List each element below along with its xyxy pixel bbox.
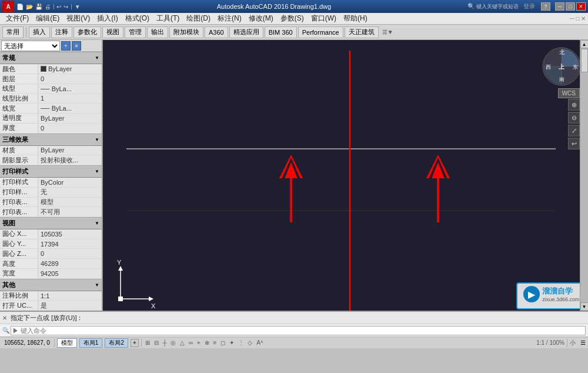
prop-linetype-value[interactable]: ── ByLa... [38, 84, 102, 94]
grid-icon[interactable]: ⊟ [154, 339, 159, 346]
nav-extents[interactable]: ⤢ [568, 125, 580, 136]
tb-more[interactable]: ☰▼ [382, 29, 393, 35]
cmdline-close-btn[interactable]: ✕ [2, 315, 7, 321]
menu-draw[interactable]: 绘图(D) [183, 12, 214, 25]
tb-view[interactable]: 视图 [102, 26, 123, 38]
quickaccess-print[interactable]: 🖨 [45, 4, 51, 10]
menu-view[interactable]: 视图(V) [63, 12, 93, 25]
prop-width-value[interactable]: 94205 [38, 269, 102, 278]
login-btn[interactable]: 登录 [523, 2, 535, 11]
tb-bim360[interactable]: BIM 360 [265, 26, 297, 38]
polar-icon[interactable]: ◎ [171, 339, 176, 346]
quickaccess-open[interactable]: 📂 [26, 4, 33, 10]
layout1-tab[interactable]: 布局1 [79, 338, 103, 348]
menu-dim[interactable]: 标注(N) [214, 12, 245, 25]
autocad-logo: A [2, 1, 14, 12]
scroll-down-btn[interactable]: ▼ [580, 302, 589, 311]
quickaccess-undo[interactable]: ↩ [56, 4, 61, 10]
otrack-icon[interactable]: ∞ [189, 339, 193, 346]
help-btn[interactable]: ? [541, 2, 550, 11]
menu-help[interactable]: 帮助(H) [340, 12, 371, 25]
qp-icon[interactable]: ✦ [229, 339, 234, 346]
ortho-icon[interactable]: ┼ [163, 339, 167, 346]
menu-edit[interactable]: 编辑(E) [32, 12, 63, 25]
tb-performance[interactable]: Performance [298, 26, 343, 38]
prop-pstyle2-value[interactable]: 无 [38, 188, 102, 197]
prop-pstyle-value[interactable]: ByColor [38, 178, 102, 187]
section-view[interactable]: 视图 ▼ [0, 217, 102, 229]
section-3d[interactable]: 三维效果 ▼ [0, 134, 102, 146]
drawing-canvas[interactable]: [-][俯视][二维线框] [103, 40, 588, 311]
section-other[interactable]: 其他 ▼ [0, 279, 102, 291]
scale-display: 1:1 / 100% [536, 339, 564, 346]
cmdline-input[interactable] [11, 326, 586, 335]
wcs-button[interactable]: WCS [558, 88, 580, 98]
section-print[interactable]: 打印样式 ▼ [0, 165, 102, 178]
menu-tools[interactable]: 工具(T) [153, 12, 183, 25]
tb-param[interactable]: 参数化 [74, 26, 101, 38]
prop-linewidth-value[interactable]: ── ByLa... [38, 104, 102, 113]
prop-height-value[interactable]: 46289 [38, 259, 102, 268]
model-tab[interactable]: 模型 [57, 338, 77, 348]
prop-thickness-value[interactable]: 0 [38, 124, 102, 133]
prop-cy-value[interactable]: 17394 [38, 239, 102, 249]
sc-icon[interactable]: ⋮ [238, 339, 244, 346]
prop-material-value[interactable]: ByLayer [38, 146, 102, 155]
svg-rect-0 [103, 40, 588, 311]
tb-tzjz[interactable]: 天正建筑 [345, 26, 379, 38]
prop-layer-value[interactable]: 0 [38, 74, 102, 84]
tb-featured[interactable]: 精选应用 [229, 26, 263, 38]
tp-icon[interactable]: ◻ [220, 339, 225, 346]
tb-insert[interactable]: 插入 [29, 26, 50, 38]
window-close[interactable]: ✕ [576, 2, 586, 11]
menu-param[interactable]: 参数(S) [277, 12, 308, 25]
menu-window[interactable]: 窗口(W) [308, 12, 340, 25]
window-restore[interactable]: □ [566, 2, 575, 11]
window-minimize[interactable]: ─ [555, 2, 564, 11]
prop-annoscale-value[interactable]: 1:1 [38, 291, 102, 301]
tb-addons[interactable]: 附加模块 [169, 26, 203, 38]
nav-zoom-in[interactable]: ⊕ [568, 99, 580, 111]
layout2-tab[interactable]: 布局2 [105, 338, 128, 348]
dyn-icon[interactable]: ⊕ [205, 339, 209, 346]
nav-prev[interactable]: ↩ [568, 138, 580, 149]
section-general[interactable]: 常规 ▼ [0, 52, 102, 64]
prop-ucopen-value[interactable]: 是 [38, 301, 102, 310]
add-layout-btn[interactable]: + [131, 339, 139, 347]
iso-icon[interactable]: ◇ [248, 339, 252, 346]
noselect-dropdown[interactable]: 无选择 [1, 41, 60, 51]
prop-cx-value[interactable]: 105035 [38, 229, 102, 239]
menu-format[interactable]: 格式(O) [122, 12, 153, 25]
scroll-up-btn[interactable]: ▲ [580, 40, 589, 48]
prop-ptable-value[interactable]: 模型 [38, 198, 102, 207]
ucs-icon[interactable]: ⌖ [197, 339, 201, 346]
scroll-thumb[interactable] [581, 49, 588, 72]
lw-icon[interactable]: ≡ [213, 339, 216, 346]
snap-icon[interactable]: ⊞ [145, 339, 150, 346]
menu-modify[interactable]: 修改(M) [245, 12, 277, 25]
tb-output[interactable]: 输出 [147, 26, 168, 38]
tb-home[interactable]: 常用 [2, 26, 24, 38]
prop-ptable2-value[interactable]: 不可用 [38, 207, 102, 217]
osnap-icon[interactable]: △ [180, 339, 185, 346]
menu-insert[interactable]: 插入(I) [93, 12, 121, 25]
prop-shadow-value[interactable]: 投射和接收... [38, 155, 102, 165]
prop-transparency-value[interactable]: ByLayer [38, 114, 102, 123]
svg-text:南: 南 [559, 76, 564, 82]
title-dropdown[interactable]: ▼ [75, 4, 81, 10]
quickaccess-redo[interactable]: ↪ [64, 4, 68, 10]
props-add-icon[interactable]: + [61, 41, 71, 51]
prop-ltscale-value[interactable]: 1 [38, 94, 102, 104]
nav-zoom-out[interactable]: ⊖ [568, 112, 580, 124]
workspace-btn[interactable]: ☰ [580, 339, 586, 346]
tb-manage[interactable]: 管理 [125, 26, 146, 38]
props-settings-icon[interactable]: ≡ [72, 41, 81, 51]
annot-icon[interactable]: Aᴬ [256, 339, 263, 346]
tb-a360[interactable]: A360 [205, 26, 228, 38]
menu-file[interactable]: 文件(F) [2, 12, 32, 25]
quickaccess-new[interactable]: 📄 [16, 4, 24, 10]
quickaccess-save[interactable]: 💾 [35, 4, 42, 10]
prop-color-value[interactable]: ByLayer [38, 64, 102, 74]
prop-cz-value[interactable]: 0 [38, 249, 102, 258]
tb-annotate[interactable]: 注释 [51, 26, 72, 38]
